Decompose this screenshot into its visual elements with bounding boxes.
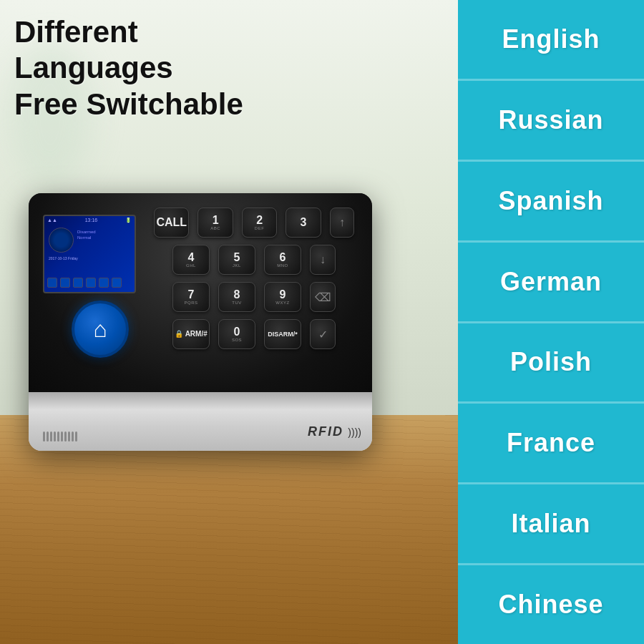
lang-spanish-label: Spanish xyxy=(498,186,603,216)
keypad-row-3: 7 PQRS 8 TUV 9 WXYZ ⌫ xyxy=(154,282,354,312)
keypad-key-4[interactable]: 4 GHL xyxy=(172,245,210,275)
speaker-hole-10 xyxy=(75,431,77,441)
home-button[interactable]: ⌂ xyxy=(72,301,129,358)
speaker-hole-1 xyxy=(43,431,45,441)
key-9-alpha: WXYZ xyxy=(275,301,289,305)
screen-icon-2 xyxy=(60,278,70,288)
screen-battery-icon: 🔋 xyxy=(125,218,132,223)
language-panel: English Russian Spanish German Polish Fr… xyxy=(458,0,644,644)
lang-btn-english[interactable]: English xyxy=(458,0,644,81)
screen-wifi-icon: ▲▲ xyxy=(47,218,57,223)
keypad-key-1[interactable]: 1 ABC xyxy=(197,208,233,238)
lang-btn-german[interactable]: German xyxy=(458,243,644,323)
key-8-num: 8 xyxy=(234,289,240,301)
keypad-key-0[interactable]: 0 SOS xyxy=(218,319,255,349)
key-5-alpha: JKL xyxy=(233,263,241,268)
keypad-key-8[interactable]: 8 TUV xyxy=(218,282,255,312)
keypad-up-key[interactable]: ↑ xyxy=(330,208,354,238)
speaker-hole-5 xyxy=(57,431,59,441)
screen-icon-4 xyxy=(86,278,96,288)
key-0-alpha: SOS xyxy=(232,338,242,342)
keypad-call-key[interactable]: CALL xyxy=(154,208,189,238)
lang-italian-label: Italian xyxy=(511,509,590,539)
key-8-alpha: TUV xyxy=(232,301,242,305)
alarm-device: ▲▲ 13:16 🔋 Disarmed Normal 2017-10-13 Fr… xyxy=(29,193,401,494)
screen-time: 13:16 xyxy=(85,218,98,223)
home-icon: ⌂ xyxy=(93,316,107,343)
key-3-num: 3 xyxy=(301,217,307,228)
speaker-hole-7 xyxy=(64,431,67,441)
keypad-row-1: CALL 1 ABC 2 DEF 3 ↑ xyxy=(154,208,354,238)
key-9-num: 9 xyxy=(280,289,286,301)
screen-icon-1 xyxy=(47,278,57,288)
speaker-hole-2 xyxy=(47,431,49,441)
lang-german-label: German xyxy=(500,267,602,297)
lang-france-label: France xyxy=(507,428,595,458)
device-keypad: CALL 1 ABC 2 DEF 3 ↑ xyxy=(154,208,354,386)
key-disarm-label: DISARM/* xyxy=(268,331,298,338)
device-speaker xyxy=(43,429,100,444)
speaker-hole-8 xyxy=(68,431,70,441)
key-6-alpha: MNO xyxy=(277,263,288,268)
key-call-label: CALL xyxy=(156,217,187,228)
keypad-key-9[interactable]: 9 WXYZ xyxy=(264,282,301,312)
keypad-key-6[interactable]: 6 MNO xyxy=(264,245,301,275)
speaker-hole-3 xyxy=(50,431,52,441)
lang-english-label: English xyxy=(502,24,600,54)
screen-display: ▲▲ 13:16 🔋 Disarmed Normal 2017-10-13 Fr… xyxy=(44,216,135,292)
speaker-hole-9 xyxy=(72,431,74,441)
screen-status-text: Disarmed Normal xyxy=(77,229,96,241)
key-0-num: 0 xyxy=(234,326,240,338)
lang-russian-label: Russian xyxy=(498,105,603,135)
screen-clock xyxy=(49,228,74,253)
screen-icons-row xyxy=(47,278,122,288)
screen-icon-5 xyxy=(99,278,109,288)
key-2-num: 2 xyxy=(256,215,263,226)
speaker-hole-4 xyxy=(54,431,56,441)
key-2-alpha: DEF xyxy=(255,226,265,230)
key-7-num: 7 xyxy=(188,289,195,301)
screen-icon-6 xyxy=(112,278,122,288)
key-7-alpha: PQRS xyxy=(184,301,197,305)
keypad-disarm-key[interactable]: DISARM/* xyxy=(264,319,301,349)
lang-btn-italian[interactable]: Italian xyxy=(458,484,644,565)
lang-btn-france[interactable]: France xyxy=(458,404,644,484)
key-6-num: 6 xyxy=(280,252,286,263)
device-body: ▲▲ 13:16 🔋 Disarmed Normal 2017-10-13 Fr… xyxy=(29,193,372,451)
speaker-hole-6 xyxy=(61,431,63,441)
heading-title: Different Languages Free Switchable xyxy=(14,14,286,122)
heading-area: Different Languages Free Switchable xyxy=(14,14,286,122)
lang-btn-chinese[interactable]: Chinese xyxy=(458,565,644,644)
keypad-key-7[interactable]: 7 PQRS xyxy=(172,282,210,312)
device-screen: ▲▲ 13:16 🔋 Disarmed Normal 2017-10-13 Fr… xyxy=(43,215,136,293)
lang-btn-russian[interactable]: Russian xyxy=(458,81,644,162)
keypad-arm-key[interactable]: 🔒 ARM/# xyxy=(172,319,210,349)
screen-status2: Normal xyxy=(77,235,96,240)
key-arm-label: 🔒 ARM/# xyxy=(175,331,208,338)
lang-polish-label: Polish xyxy=(510,347,592,377)
device-silver-bottom: RFID )))) xyxy=(29,392,372,451)
key-1-alpha: ABC xyxy=(210,226,220,230)
screen-icon-3 xyxy=(73,278,83,288)
screen-date: 2017-10-13 Friday xyxy=(49,256,78,260)
keypad-key-2[interactable]: 2 DEF xyxy=(242,208,277,238)
lang-btn-polish[interactable]: Polish xyxy=(458,323,644,404)
rfid-label: RFID xyxy=(308,424,343,439)
keypad-down-key[interactable]: ↓ xyxy=(310,245,336,275)
key-1-num: 1 xyxy=(213,215,219,226)
keypad-row-4: 🔒 ARM/# 0 SOS DISARM/* ✓ xyxy=(154,319,354,349)
screen-status-bar: ▲▲ 13:16 🔋 xyxy=(44,216,135,225)
keypad-key-5[interactable]: 5 JKL xyxy=(218,245,255,275)
page: Different Languages Free Switchable ▲▲ 1… xyxy=(0,0,644,644)
key-5-num: 5 xyxy=(234,252,240,263)
lang-chinese-label: Chinese xyxy=(498,590,603,620)
heading-line1: Different Languages xyxy=(14,14,286,87)
keypad-key-3[interactable]: 3 xyxy=(286,208,321,238)
key-4-alpha: GHL xyxy=(186,263,196,268)
keypad-ok-key[interactable]: ✓ xyxy=(310,319,336,349)
heading-line2: Free Switchable xyxy=(14,87,286,122)
lang-btn-spanish[interactable]: Spanish xyxy=(458,162,644,243)
keypad-back-key[interactable]: ⌫ xyxy=(310,282,336,312)
screen-status1: Disarmed xyxy=(77,229,96,235)
rfid-signal-icon: )))) xyxy=(348,426,361,438)
